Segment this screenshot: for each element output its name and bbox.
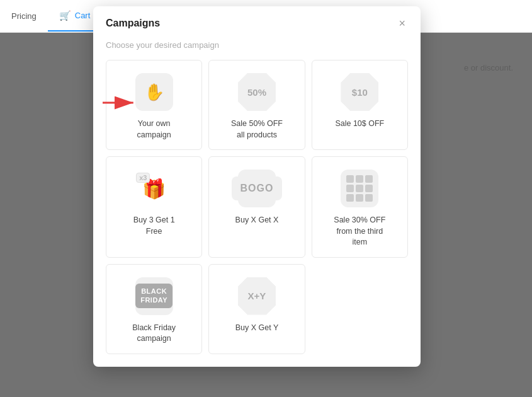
10off-icon: $10: [341, 73, 378, 111]
buyxgety-icon: X+Y: [238, 277, 276, 315]
30off-label: Sale 30% OFFfrom the thirditem: [334, 215, 385, 248]
grid-icon: [340, 169, 379, 208]
bogo-label: Buy X Get X: [235, 215, 279, 226]
10off-label: Sale 10$ OFF: [335, 118, 384, 130]
pricing-label: Pricing: [11, 11, 37, 21]
gift-icon-wrap: x3 🎁: [142, 178, 166, 200]
campaign-card-30off[interactable]: Sale 30% OFFfrom the thirditem: [312, 156, 408, 258]
bf-badge-text: BLACKFRIDAY: [135, 284, 173, 308]
buyxgety-label: Buy X Get Y: [235, 323, 279, 334]
modal-header: Campaigns ×: [93, 6, 421, 37]
own-campaign-icon: ✋: [135, 73, 173, 111]
campaign-card-buyxgety[interactable]: X+Y Buy X Get Y: [208, 264, 305, 354]
30off-icon: [341, 170, 378, 207]
blackfriday-label: Black Fridaycampaign: [132, 323, 176, 345]
bogo-text: BOGO: [232, 176, 283, 200]
campaign-card-blackfriday[interactable]: BLACKFRIDAY Black Fridaycampaign: [106, 264, 202, 354]
campaign-grid: ✋ Your owncampaign 50% Sale 50% OFFall p…: [93, 60, 421, 354]
modal-subtitle: Choose your desired campaign: [93, 37, 421, 60]
buy3get1-label: Buy 3 Get 1Free: [133, 215, 175, 237]
x3-badge: x3: [136, 173, 150, 183]
50off-label: Sale 50% OFFall products: [231, 118, 283, 141]
campaign-card-50off[interactable]: 50% Sale 50% OFFall products: [208, 60, 305, 150]
50off-icon-text: 50%: [247, 87, 266, 98]
bogo-icon: BOGO: [238, 170, 276, 207]
campaigns-modal: Campaigns × Choose your desired campaign…: [93, 6, 421, 367]
tab-pricing[interactable]: Pricing: [0, 3, 48, 30]
buyxgety-icon-text: X+Y: [248, 291, 266, 301]
campaign-card-10off[interactable]: $10 Sale 10$ OFF: [312, 60, 408, 150]
10off-icon-text: $10: [352, 87, 368, 98]
campaign-card-buy3get1[interactable]: x3 🎁 Buy 3 Get 1Free: [106, 156, 202, 258]
50off-icon: 50%: [238, 73, 276, 111]
blackfriday-icon: BLACKFRIDAY: [135, 277, 173, 315]
cart-icon: 🛒: [59, 10, 71, 21]
campaign-card-bogo[interactable]: BOGO Buy X Get X: [208, 156, 305, 258]
modal-close-button[interactable]: ×: [396, 18, 408, 29]
own-campaign-label: Your owncampaign: [137, 118, 171, 141]
hand-icon: ✋: [144, 83, 164, 102]
red-arrow: [103, 93, 140, 112]
modal-title: Campaigns: [106, 18, 160, 29]
buy3get1-icon: x3 🎁: [135, 170, 173, 207]
